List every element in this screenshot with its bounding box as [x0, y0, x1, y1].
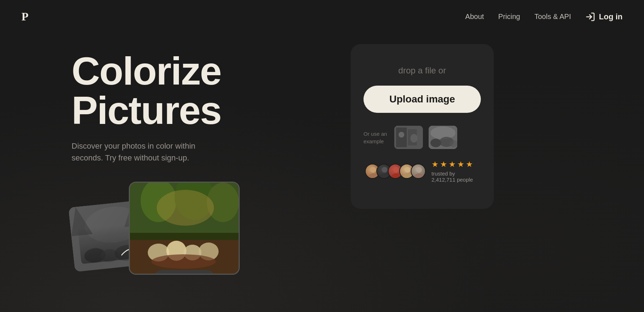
nav-tools-api[interactable]: Tools & API [535, 13, 571, 21]
nav-about[interactable]: About [465, 13, 484, 21]
stars-row: ★ ★ ★ ★ ★ [431, 160, 479, 169]
svg-point-30 [370, 167, 376, 173]
hero-title: Colorize Pictures [72, 51, 322, 130]
navbar: P About Pricing Tools & API Log in [0, 0, 644, 33]
hero-title-line1: Colorize [72, 49, 221, 93]
svg-point-38 [416, 167, 422, 173]
trust-row: ★ ★ ★ ★ ★ trusted by 2,412,711 people [364, 160, 481, 183]
svg-point-3 [84, 247, 107, 264]
hero-section: Colorize Pictures Discover your photos i… [0, 33, 644, 311]
example-thumb-2[interactable] [429, 126, 457, 149]
login-label: Log in [599, 12, 623, 21]
svg-point-19 [151, 254, 216, 269]
login-button[interactable]: Log in [585, 12, 623, 22]
image-demo: 21+ Color filters [72, 182, 322, 296]
star-5: ★ [466, 160, 473, 169]
nav-pricing[interactable]: Pricing [498, 13, 520, 21]
star-1: ★ [431, 160, 439, 169]
hero-subtitle: Discover your photos in color within sec… [72, 140, 222, 164]
examples-row: Or use anexample [364, 126, 481, 149]
trust-text: trusted by 2,412,711 people [431, 171, 479, 183]
upload-button[interactable]: Upload image [364, 86, 481, 113]
hero-title-line2: Pictures [72, 88, 221, 132]
svg-point-31 [369, 173, 378, 179]
logo[interactable]: P [21, 10, 29, 23]
svg-point-37 [403, 173, 412, 179]
hero-left: Colorize Pictures Discover your photos i… [72, 44, 322, 296]
avatar-5 [411, 164, 426, 179]
upload-panel: drop a file or Upload image Or use anexa… [351, 44, 494, 209]
svg-point-36 [405, 167, 410, 173]
star-3: ★ [449, 160, 456, 169]
svg-point-39 [414, 173, 424, 179]
svg-point-13 [157, 190, 214, 226]
svg-point-24 [410, 134, 418, 143]
trust-text-group: ★ ★ ★ ★ ★ trusted by 2,412,711 people [431, 160, 479, 183]
star-4: ★ [457, 160, 464, 169]
svg-point-26 [430, 126, 455, 139]
svg-point-34 [393, 167, 399, 173]
or-use-label: Or use anexample [364, 130, 389, 145]
color-photo: 21+ Color filters [129, 182, 240, 275]
svg-point-33 [380, 173, 389, 179]
example-thumb-1[interactable] [394, 126, 423, 149]
color-filters-badge: 21+ Color filters [154, 270, 214, 275]
login-icon [585, 12, 595, 22]
avatars-group [365, 164, 426, 179]
svg-point-23 [399, 132, 404, 138]
star-2: ★ [440, 160, 447, 169]
drop-text: drop a file or [398, 66, 446, 76]
nav-links: About Pricing Tools & API Log in [465, 12, 623, 22]
svg-point-32 [382, 167, 387, 173]
svg-point-35 [391, 173, 401, 179]
